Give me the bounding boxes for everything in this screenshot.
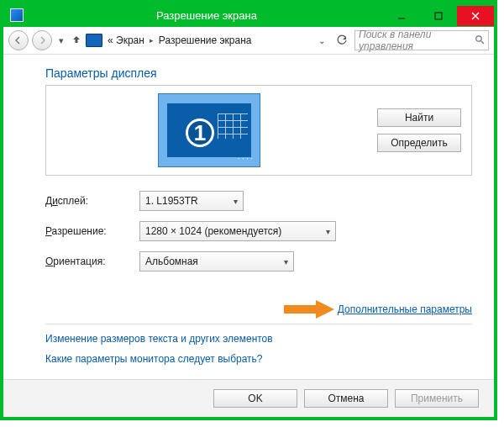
label-display: Дисплей:	[45, 195, 139, 207]
display-form: Дисплей: 1. L1953TR ▾ Разрешение: 1280 ×…	[45, 191, 472, 271]
breadcrumb[interactable]: « Экран ▸ Разрешение экрана	[86, 34, 311, 47]
close-button[interactable]	[457, 6, 494, 26]
row-resolution: Разрешение: 1280 × 1024 (рекомендуется) …	[45, 221, 472, 241]
monitor-icon	[86, 34, 102, 47]
resolution-select[interactable]: 1280 × 1024 (рекомендуется) ▾	[139, 221, 336, 241]
ok-button[interactable]: OK	[213, 389, 297, 408]
callout-arrow-icon	[284, 300, 334, 319]
label-orientation: Ориентация:	[45, 256, 139, 267]
find-button[interactable]: Найти	[377, 108, 461, 127]
crumb-root[interactable]: « Экран	[108, 34, 144, 46]
monitor-dots: ∙∙∙∙	[238, 153, 255, 163]
display-select[interactable]: 1. L1953TR ▾	[139, 191, 244, 211]
svg-point-4	[476, 35, 481, 40]
app-icon	[10, 8, 24, 22]
monitor-preview[interactable]: 1 ∙∙∙∙	[158, 93, 260, 167]
row-orientation: Ориентация: Альбомная ▾	[45, 251, 472, 271]
up-button[interactable]	[71, 34, 82, 46]
row-display: Дисплей: 1. L1953TR ▾	[45, 191, 472, 211]
window-title: Разрешение экрана	[30, 9, 383, 22]
window-controls	[383, 4, 494, 26]
which-settings-link[interactable]: Какие параметры монитора следует выбрать…	[45, 353, 472, 365]
monitor-screen: 1	[167, 103, 251, 157]
monitor-preview-row: 1 ∙∙∙∙ Найти Определить	[45, 85, 472, 176]
identify-button[interactable]: Определить	[377, 134, 461, 152]
back-button[interactable]	[8, 30, 29, 50]
text-size-link[interactable]: Изменение размеров текста и других элеме…	[45, 333, 472, 345]
control-panel-window: Разрешение экрана ▾ « Экран ▸	[0, 0, 497, 420]
search-icon	[475, 34, 485, 47]
divider	[45, 324, 472, 324]
refresh-button[interactable]	[333, 31, 351, 50]
search-placeholder: Поиск в панели управления	[359, 29, 475, 52]
apply-button[interactable]: Применить	[395, 389, 479, 408]
help-links: Изменение размеров текста и других элеме…	[45, 333, 472, 365]
svg-marker-6	[284, 300, 334, 319]
advanced-link-row: Дополнительные параметры	[45, 300, 472, 319]
search-input[interactable]: Поиск в панели управления	[354, 30, 489, 50]
monitor-number-ring: 1	[186, 119, 214, 147]
orientation-select-value: Альбомная	[145, 256, 198, 267]
svg-rect-1	[435, 13, 442, 19]
advanced-settings-link[interactable]: Дополнительные параметры	[338, 303, 472, 315]
recent-locations-button[interactable]: ▾	[55, 35, 67, 46]
crumb-current[interactable]: Разрешение экрана	[159, 34, 252, 46]
titlebar: Разрешение экрана	[3, 3, 494, 27]
preview-side-buttons: Найти Определить	[377, 108, 461, 152]
resolution-select-value: 1280 × 1024 (рекомендуется)	[145, 225, 281, 237]
orientation-select[interactable]: Альбомная ▾	[139, 251, 294, 271]
chevron-down-icon: ▾	[326, 227, 330, 236]
monitor-preview-area: 1 ∙∙∙∙	[56, 93, 362, 167]
address-dropdown-button[interactable]: ⌄	[314, 31, 329, 50]
grid-decoration	[218, 113, 248, 139]
chevron-right-icon: ▸	[150, 36, 154, 45]
section-title: Параметры дисплея	[45, 66, 472, 80]
chevron-down-icon: ▾	[234, 197, 238, 206]
nav-row: ▾ « Экран ▸ Разрешение экрана ⌄ Поиск в …	[3, 27, 494, 55]
cancel-button[interactable]: Отмена	[304, 389, 388, 408]
minimize-button[interactable]	[383, 6, 420, 26]
label-resolution: Разрешение:	[45, 225, 139, 237]
chevron-down-icon: ▾	[284, 257, 288, 266]
footer-bar: OK Отмена Применить	[3, 379, 494, 417]
svg-line-5	[481, 41, 484, 44]
maximize-button[interactable]	[420, 6, 457, 26]
content-area: Параметры дисплея 1 ∙∙∙∙ Найти Определит…	[3, 55, 494, 379]
monitor-number: 1	[194, 120, 206, 146]
forward-button[interactable]	[32, 30, 52, 50]
display-select-value: 1. L1953TR	[145, 195, 198, 207]
